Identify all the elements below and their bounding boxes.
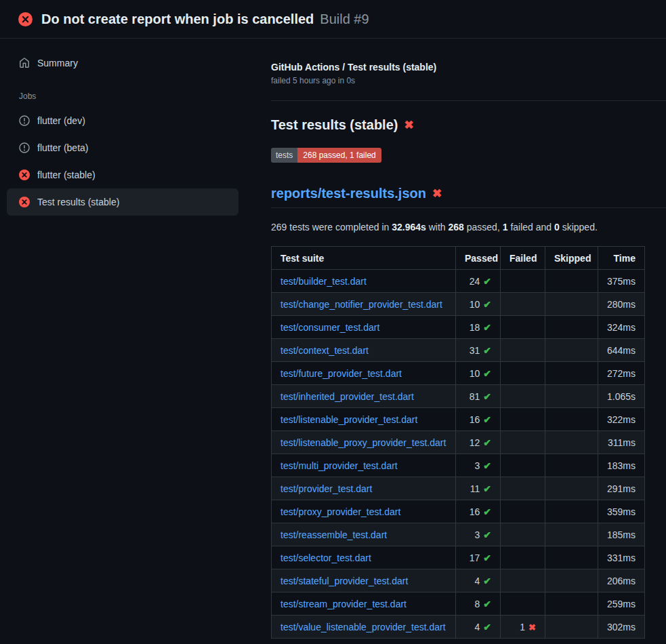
skipped-cell xyxy=(545,270,598,293)
table-row: test/inherited_provider_test.dart 81✔ 1.… xyxy=(272,385,645,408)
test-suite-link[interactable]: test/reassemble_test.dart xyxy=(280,529,387,540)
failed-cell xyxy=(501,316,545,339)
report-file-link[interactable]: reports/test-results.json xyxy=(271,186,426,201)
skipped-cell xyxy=(545,477,598,500)
time-cell: 206ms xyxy=(598,569,645,592)
time-cell: 324ms xyxy=(598,316,645,339)
time-cell: 259ms xyxy=(598,592,645,616)
failed-cell xyxy=(501,454,545,477)
col-header-test-suite: Test suite xyxy=(272,247,456,270)
main-content: GitHub Actions / Test results (stable) f… xyxy=(251,39,666,639)
test-suite-link[interactable]: test/stream_provider_test.dart xyxy=(280,599,407,609)
sidebar-item-test-results-stable[interactable]: Test results (stable) xyxy=(7,188,238,216)
test-suite-link[interactable]: test/selector_test.dart xyxy=(280,552,371,563)
skipped-cell xyxy=(545,592,598,616)
time-cell: 291ms xyxy=(598,477,645,500)
test-suite-link[interactable]: test/consumer_test.dart xyxy=(280,322,379,333)
failed-cell xyxy=(501,293,545,316)
check-icon: ✔ xyxy=(483,483,491,494)
time-cell: 272ms xyxy=(598,362,645,385)
passed-cell: 24✔ xyxy=(456,270,501,293)
table-row: test/future_provider_test.dart 10✔ 272ms xyxy=(272,362,645,385)
table-row: test/multi_provider_test.dart 3✔ 183ms xyxy=(272,454,645,477)
failed-cell xyxy=(501,569,545,592)
badge-value: 268 passed, 1 failed xyxy=(297,148,381,163)
col-header-skipped: Skipped xyxy=(545,247,598,270)
skipped-cell xyxy=(545,431,598,454)
table-header-row: Test suite Passed Failed Skipped Time xyxy=(272,247,645,270)
failed-cell xyxy=(501,477,545,500)
home-icon xyxy=(19,58,30,68)
time-cell: 185ms xyxy=(598,523,645,546)
skipped-cell xyxy=(545,454,598,477)
time-cell: 644ms xyxy=(598,339,645,362)
passed-cell: 81✔ xyxy=(456,385,501,408)
check-icon: ✔ xyxy=(483,552,491,563)
page-title: Do not create report when job is cancell… xyxy=(41,12,314,27)
table-row: test/builder_test.dart 24✔ 375ms xyxy=(272,270,645,293)
test-suite-link[interactable]: test/inherited_provider_test.dart xyxy=(280,391,414,402)
sidebar-item-summary[interactable]: Summary xyxy=(7,49,238,77)
passed-cell: 12✔ xyxy=(456,431,501,454)
sidebar-item-label: flutter (stable) xyxy=(37,169,96,180)
time-cell: 183ms xyxy=(598,454,645,477)
x-icon: ✖ xyxy=(528,622,536,632)
sidebar-item-flutter-beta[interactable]: flutter (beta) xyxy=(7,134,238,161)
table-row: test/selector_test.dart 17✔ 331ms xyxy=(272,546,645,569)
failed-cell xyxy=(501,431,545,454)
test-suite-link[interactable]: test/context_test.dart xyxy=(280,345,369,356)
failed-cell xyxy=(501,385,545,408)
check-icon: ✔ xyxy=(483,437,491,448)
table-row: test/context_test.dart 31✔ 644ms xyxy=(272,339,645,362)
divider xyxy=(271,100,666,101)
test-suite-link[interactable]: test/stateful_provider_test.dart xyxy=(280,576,408,586)
skipped-cell xyxy=(545,523,598,546)
col-header-passed: Passed xyxy=(456,247,501,270)
breadcrumb: GitHub Actions / Test results (stable) xyxy=(271,62,666,73)
test-suite-link[interactable]: test/future_provider_test.dart xyxy=(280,368,402,379)
status-line: failed 5 hours ago in 0s xyxy=(271,76,666,85)
passed-cell: 4✔ xyxy=(456,616,501,639)
passed-cell: 16✔ xyxy=(456,408,501,431)
failed-cell: 1✖ xyxy=(501,616,545,639)
failed-cell xyxy=(501,500,545,523)
test-suite-link[interactable]: test/value_listenable_provider_test.dart xyxy=(280,622,446,632)
test-suite-link[interactable]: test/multi_provider_test.dart xyxy=(280,460,398,471)
check-icon: ✔ xyxy=(483,622,491,632)
test-suite-link[interactable]: test/proxy_provider_test.dart xyxy=(280,506,400,517)
test-suite-link[interactable]: test/listenable_proxy_provider_test.dart xyxy=(280,437,446,448)
time-cell: 375ms xyxy=(598,270,645,293)
table-row: test/listenable_provider_test.dart 16✔ 3… xyxy=(272,408,645,431)
skipped-cell xyxy=(545,500,598,523)
failed-status-icon xyxy=(19,197,30,207)
time-cell: 322ms xyxy=(598,408,645,431)
check-icon: ✔ xyxy=(483,276,491,287)
failed-cell xyxy=(501,523,545,546)
failed-status-icon xyxy=(19,169,30,180)
neutral-status-icon xyxy=(19,115,30,126)
skipped-cell xyxy=(545,362,598,385)
check-icon: ✔ xyxy=(483,322,491,333)
check-icon: ✔ xyxy=(483,506,491,517)
passed-cell: 3✔ xyxy=(456,523,501,546)
jobs-section-label: Jobs xyxy=(0,77,251,107)
table-row: test/stateful_provider_test.dart 4✔ 206m… xyxy=(272,569,645,592)
badge-label: tests xyxy=(271,148,297,163)
time-cell: 1.065s xyxy=(598,385,645,408)
sidebar-item-flutter-stable[interactable]: flutter (stable) xyxy=(7,161,238,188)
test-suite-link[interactable]: test/change_notifier_provider_test.dart xyxy=(280,299,442,310)
check-icon: ✔ xyxy=(483,391,491,402)
section-title: Test results (stable) ✖ xyxy=(271,117,666,133)
test-suite-link[interactable]: test/listenable_provider_test.dart xyxy=(280,414,417,425)
report-title: reports/test-results.json ✖ xyxy=(271,186,666,208)
skipped-cell xyxy=(545,385,598,408)
test-suite-link[interactable]: test/builder_test.dart xyxy=(280,276,367,287)
tests-badge: tests 268 passed, 1 failed xyxy=(271,148,381,163)
failed-cell xyxy=(501,339,545,362)
passed-cell: 17✔ xyxy=(456,546,501,569)
failed-x-icon: ✖ xyxy=(404,119,413,131)
sidebar-item-flutter-dev[interactable]: flutter (dev) xyxy=(7,107,238,134)
test-suite-link[interactable]: test/provider_test.dart xyxy=(280,483,372,494)
failed-cell xyxy=(501,592,545,616)
results-table-body: test/builder_test.dart 24✔ 375ms test/ch… xyxy=(272,270,645,639)
